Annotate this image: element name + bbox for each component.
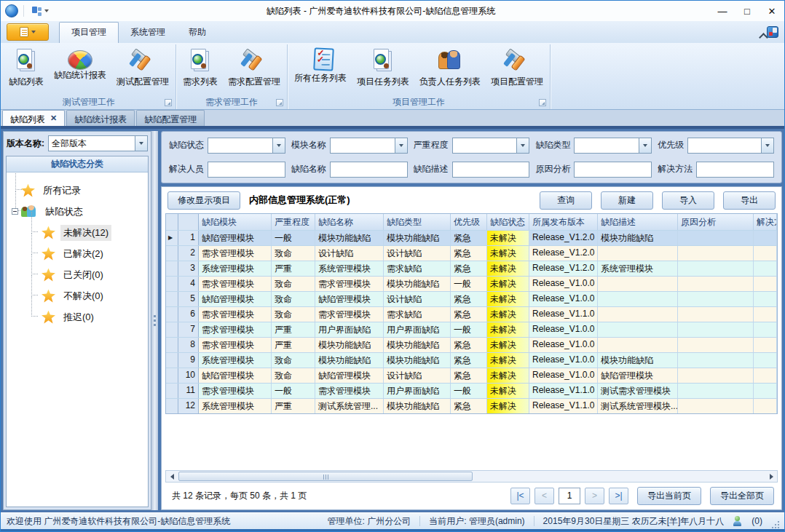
first-page-button[interactable]: |<: [510, 488, 530, 504]
minimize-button[interactable]: —: [710, 1, 735, 20]
scroll-left-icon[interactable]: [166, 471, 178, 482]
horizontal-scrollbar[interactable]: [165, 470, 778, 483]
collapse-node-icon[interactable]: [12, 208, 18, 215]
tree-item[interactable]: 推迟(0): [9, 306, 145, 327]
ribbon-tab[interactable]: 项目管理: [59, 22, 119, 43]
ribbon-tab[interactable]: 帮助: [177, 23, 218, 43]
row-selector-cell[interactable]: [166, 368, 178, 383]
dialog-launcher-icon[interactable]: [276, 99, 283, 106]
resize-grip[interactable]: [771, 520, 780, 529]
ribbon-button[interactable]: 所有任务列表: [289, 45, 352, 95]
chevron-down-icon[interactable]: [272, 138, 285, 153]
version-select[interactable]: 全部版本: [48, 135, 148, 151]
ribbon-button[interactable]: 测试配置管理: [111, 45, 174, 95]
table-row[interactable]: 4 需求管理模块 致命 需求管理模块 模块功能缺陷 一般 未解决 Release…: [166, 276, 777, 291]
export-all-pages-button[interactable]: 导出全部页: [710, 487, 774, 505]
online-users-icon[interactable]: [733, 516, 743, 526]
maximize-button[interactable]: □: [735, 1, 760, 20]
sidebar-splitter[interactable]: [151, 131, 158, 510]
ribbon-button[interactable]: 需求列表: [178, 45, 223, 95]
filter-input[interactable]: [687, 138, 774, 154]
column-header[interactable]: 严重程度: [272, 214, 315, 230]
document-tab[interactable]: 缺陷统计报表: [66, 110, 135, 126]
row-selector-cell[interactable]: [166, 292, 178, 306]
chevron-down-icon[interactable]: [516, 138, 529, 153]
import-button[interactable]: 导入: [662, 191, 714, 210]
table-row[interactable]: 6 需求管理模块 致命 需求管理模块 需求缺陷 紧急 未解决 Release_V…: [166, 306, 777, 322]
row-selector-cell[interactable]: [166, 277, 178, 291]
tree-item[interactable]: 已解决(2): [9, 243, 145, 264]
document-tab[interactable]: 缺陷配置管理: [136, 110, 205, 126]
column-header[interactable]: 缺陷类型: [384, 214, 451, 230]
ribbon-button[interactable]: 项目配置管理: [486, 45, 548, 95]
chevron-down-icon[interactable]: [761, 138, 773, 153]
row-selector-cell[interactable]: [166, 384, 178, 398]
filter-input[interactable]: [574, 138, 652, 154]
page-number-input[interactable]: [559, 488, 580, 504]
tree-item[interactable]: 已关闭(0): [9, 264, 145, 285]
table-row[interactable]: 11 需求管理模块 一般 需求管理模块 用户界面缺陷 一般 未解决 Releas…: [166, 383, 777, 398]
column-header[interactable]: 所属发布版本: [529, 214, 598, 230]
tree-item[interactable]: 缺陷状态: [9, 201, 145, 222]
ribbon-button[interactable]: 缺陷列表: [4, 45, 49, 95]
ribbon-button[interactable]: 负责人任务列表: [414, 45, 486, 95]
row-selector-cell[interactable]: [166, 231, 178, 245]
help-icon[interactable]: [767, 26, 778, 38]
ribbon-button[interactable]: 需求配置管理: [223, 45, 285, 95]
row-selector-cell[interactable]: [166, 261, 178, 276]
table-row[interactable]: 12 系统管理模块 严重 测试系统管理... 模块功能缺陷 紧急 未解决 Rel…: [166, 398, 777, 413]
table-row[interactable]: 9 系统管理模块 致命 模块功能缺陷 模块功能缺陷 紧急 未解决 Release…: [166, 352, 777, 368]
filter-input[interactable]: [208, 162, 285, 178]
export-current-page-button[interactable]: 导出当前页: [637, 487, 701, 505]
table-row[interactable]: 1 缺陷管理模块 一般 模块功能缺陷 模块功能缺陷 紧急 未解决 Release…: [166, 230, 777, 245]
tree-item[interactable]: 所有记录: [9, 180, 145, 201]
dialog-launcher-icon[interactable]: [539, 99, 546, 106]
modify-columns-button[interactable]: 修改显示项目: [167, 191, 240, 210]
scroll-right-icon[interactable]: [765, 471, 777, 482]
filter-input[interactable]: [208, 138, 285, 154]
next-page-button[interactable]: >: [585, 488, 604, 504]
row-selector-cell[interactable]: [166, 246, 178, 261]
row-selector-cell[interactable]: [166, 338, 178, 352]
chevron-down-icon[interactable]: [639, 138, 651, 153]
table-row[interactable]: 7 需求管理模块 严重 用户界面缺陷 用户界面缺陷 一般 未解决 Release…: [166, 322, 777, 337]
close-button[interactable]: ✕: [760, 1, 784, 20]
filter-input[interactable]: [574, 162, 652, 178]
row-selector-cell[interactable]: [166, 322, 178, 337]
dialog-launcher-icon[interactable]: [165, 99, 172, 106]
column-header[interactable]: 缺陷描述: [598, 214, 678, 230]
column-header[interactable]: 解决方法: [754, 214, 777, 230]
ribbon-button[interactable]: 项目任务列表: [352, 45, 414, 95]
table-row[interactable]: 2 需求管理模块 致命 设计缺陷 设计缺陷 紧急 未解决 Release_V1.…: [166, 245, 777, 261]
last-page-button[interactable]: >|: [609, 488, 628, 504]
query-button[interactable]: 查询: [540, 191, 592, 210]
table-row[interactable]: 8 需求管理模块 严重 模块功能缺陷 模块功能缺陷 紧急 未解决 Release…: [166, 337, 777, 352]
table-row[interactable]: 3 系统管理模块 严重 系统管理模块 需求缺陷 紧急 未解决 Release_V…: [166, 261, 777, 276]
chevron-down-icon[interactable]: [395, 138, 407, 153]
filter-input[interactable]: [452, 162, 530, 178]
ribbon-button[interactable]: 缺陷统计报表: [49, 45, 111, 95]
scrollbar-thumb[interactable]: [178, 472, 473, 481]
close-tab-icon[interactable]: ✕: [50, 114, 57, 126]
file-menu-button[interactable]: [7, 23, 49, 41]
document-tab[interactable]: 缺陷列表 ✕: [2, 110, 65, 126]
column-header[interactable]: 原因分析: [678, 214, 754, 230]
column-header[interactable]: 缺陷模块: [199, 214, 272, 230]
tree-item[interactable]: 不解决(0): [9, 285, 145, 306]
filter-input[interactable]: [330, 162, 408, 178]
filter-input[interactable]: [330, 138, 408, 154]
column-header[interactable]: 优先级: [451, 214, 487, 230]
tree-item[interactable]: 未解决(12): [9, 222, 145, 243]
column-header[interactable]: 缺陷名称: [315, 214, 384, 230]
row-selector-cell[interactable]: [166, 399, 178, 413]
prev-page-button[interactable]: <: [534, 488, 554, 504]
filter-input[interactable]: [696, 162, 774, 178]
scrollbar-track[interactable]: [178, 471, 765, 482]
export-button[interactable]: 导出: [723, 191, 776, 210]
table-row[interactable]: 10 缺陷管理模块 致命 缺陷管理模块 设计缺陷 紧急 未解决 Release_…: [166, 368, 777, 383]
column-header[interactable]: 缺陷状态: [487, 214, 529, 230]
row-selector-cell[interactable]: [166, 353, 178, 368]
row-selector-cell[interactable]: [166, 307, 178, 322]
create-button[interactable]: 新建: [601, 191, 653, 210]
chevron-down-icon[interactable]: [135, 136, 147, 151]
